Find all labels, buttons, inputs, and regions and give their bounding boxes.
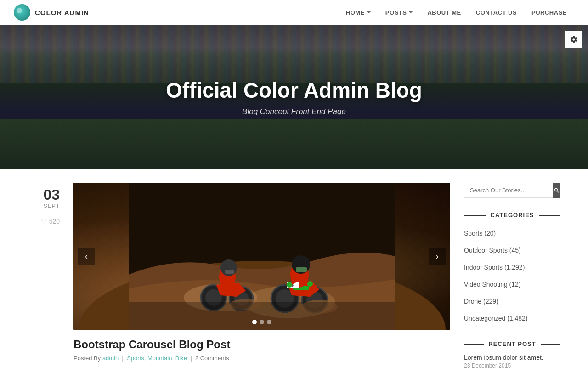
- hero-content: Official Color Admin Blog Blog Concept F…: [0, 25, 588, 169]
- like-count: 520: [49, 218, 60, 225]
- category-item-outdoor[interactable]: Outdoor Sports (45): [464, 242, 560, 259]
- carousel-prev-button[interactable]: ‹: [78, 248, 95, 264]
- brand-name: COLOR ADMIN: [35, 9, 89, 17]
- carousel-dot-2[interactable]: [260, 320, 264, 324]
- svg-rect-27: [129, 302, 395, 330]
- like-area[interactable]: ♡ 520: [41, 218, 60, 225]
- heart-icon: ♡: [41, 218, 47, 225]
- nav-item-about[interactable]: ABOUT ME: [420, 0, 468, 25]
- categories-heading: CATEGORIES: [464, 212, 560, 218]
- search-icon: [554, 187, 560, 194]
- recent-posts-section: RECENT POST Lorem ipsum dolor sit amet. …: [464, 340, 560, 368]
- category-item-video[interactable]: Video Shooting (12): [464, 276, 560, 293]
- search-input[interactable]: [464, 183, 553, 198]
- gear-icon: [570, 35, 578, 44]
- navbar: COLOR ADMIN HOME POSTS ABOUT ME CONTACT …: [0, 0, 588, 25]
- hero-title: Official Color Admin Blog: [166, 78, 422, 103]
- nav-menu: HOME POSTS ABOUT ME CONTACT US PURCHASE: [339, 0, 574, 25]
- carousel: 89 ‹ ›: [74, 183, 450, 330]
- carousel-column: 89 ‹ ›: [74, 183, 450, 368]
- nav-item-contact[interactable]: CONTACT US: [469, 0, 524, 25]
- nav-item-home[interactable]: HOME: [339, 0, 378, 25]
- category-item-uncategorized[interactable]: Uncategorized (1,482): [464, 310, 560, 327]
- post-meta: Posted By admin | Sports, Mountain, Bike…: [74, 355, 450, 362]
- nav-item-purchase[interactable]: PURCHASE: [524, 0, 574, 25]
- carousel-next-button[interactable]: ›: [429, 248, 446, 264]
- post-date-month: SEPT: [44, 203, 60, 209]
- svg-rect-10: [225, 270, 234, 274]
- chevron-down-icon: [367, 12, 371, 13]
- carousel-dot-3[interactable]: [267, 320, 271, 324]
- svg-point-24: [287, 282, 292, 288]
- recent-heading: RECENT POST: [464, 340, 560, 347]
- post-author-link[interactable]: admin: [102, 355, 119, 362]
- settings-button[interactable]: [565, 31, 582, 48]
- brand-link[interactable]: COLOR ADMIN: [14, 4, 89, 21]
- recent-post-date: 23 December 2015: [464, 362, 560, 368]
- recent-post-title[interactable]: Lorem ipsum dolor sit amet.: [464, 354, 560, 361]
- carousel-scene: 89: [74, 183, 450, 330]
- chevron-down-icon: [409, 12, 413, 13]
- recent-post-item: Lorem ipsum dolor sit amet. 23 December …: [464, 354, 560, 368]
- brand-logo-icon: [14, 4, 30, 21]
- post-tag-mountain[interactable]: Mountain: [147, 355, 172, 362]
- date-column: 03 SEPT ♡ 520: [28, 183, 60, 368]
- hero-subtitle: Blog Concept Front End Page: [242, 107, 346, 116]
- svg-point-23: [307, 281, 313, 287]
- search-box: [464, 183, 560, 198]
- post-title: Bootstrap Carousel Blog Post: [74, 338, 450, 351]
- category-item-sports[interactable]: Sports (20): [464, 225, 560, 242]
- carousel-dots: [252, 320, 271, 324]
- nav-item-posts[interactable]: POSTS: [378, 0, 420, 25]
- category-list: Sports (20) Outdoor Sports (45) Indoor S…: [464, 225, 560, 327]
- category-item-drone[interactable]: Drone (229): [464, 293, 560, 310]
- categories-section: CATEGORIES Sports (20) Outdoor Sports (4…: [464, 212, 560, 327]
- carousel-image: 89: [74, 183, 450, 330]
- post-tag-bike[interactable]: Bike: [175, 355, 187, 362]
- main-container: 03 SEPT ♡ 520: [18, 169, 570, 368]
- post-tag-sports[interactable]: Sports: [127, 355, 144, 362]
- post-comments: 2 Comments: [195, 355, 229, 362]
- hero-section: Official Color Admin Blog Blog Concept F…: [0, 25, 588, 169]
- post-date-number: 03: [43, 187, 60, 202]
- svg-rect-18: [296, 267, 307, 272]
- sidebar: CATEGORIES Sports (20) Outdoor Sports (4…: [464, 183, 560, 368]
- carousel-dot-1[interactable]: [252, 320, 257, 324]
- search-button[interactable]: [553, 183, 560, 198]
- category-item-indoor[interactable]: Indoor Sports (1,292): [464, 259, 560, 276]
